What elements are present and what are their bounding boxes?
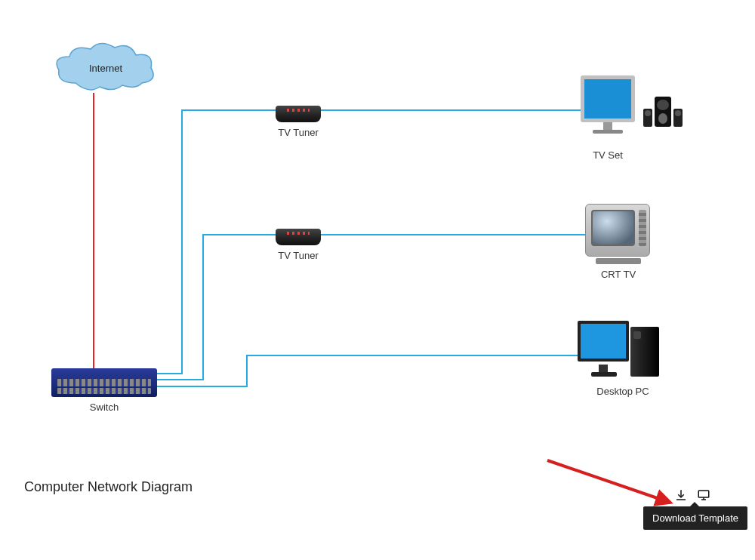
tvset-label: TV Set bbox=[574, 149, 642, 161]
connection-segment bbox=[321, 109, 593, 111]
connection-segment bbox=[157, 386, 248, 387]
connection-internet-switch bbox=[93, 93, 94, 368]
connection-segment bbox=[321, 234, 600, 235]
tooltip-text: Download Template bbox=[652, 512, 738, 524]
diagram-container: Internet Switch TV Tuner TV Tuner bbox=[0, 0, 755, 560]
monitor-icon bbox=[697, 488, 710, 502]
flat-tv-icon bbox=[574, 75, 642, 137]
preview-button[interactable] bbox=[696, 488, 711, 503]
tv-tuner-icon bbox=[276, 98, 321, 122]
desktop-pc-icon bbox=[578, 321, 668, 381]
connection-segment bbox=[157, 373, 183, 374]
speakers-icon bbox=[643, 97, 683, 127]
svg-rect-1 bbox=[698, 491, 709, 497]
switch-node: Switch bbox=[51, 368, 157, 413]
connection-segment bbox=[202, 234, 278, 235]
connection-segment bbox=[246, 355, 586, 356]
tv-set-node: TV Set bbox=[574, 75, 642, 161]
diagram-canvas: Internet Switch TV Tuner TV Tuner bbox=[15, 15, 740, 498]
crt-tv-icon bbox=[585, 204, 652, 264]
connection-segment bbox=[202, 234, 204, 379]
connection-segment bbox=[181, 109, 183, 374]
download-button[interactable] bbox=[673, 488, 689, 503]
tuner2-label: TV Tuner bbox=[276, 250, 321, 261]
connection-segment bbox=[181, 109, 279, 111]
desktop-pc-node: Desktop PC bbox=[578, 321, 668, 397]
crt-label: CRT TV bbox=[585, 269, 652, 280]
internet-cloud-node: Internet bbox=[53, 42, 159, 94]
tuner1-label: TV Tuner bbox=[276, 127, 321, 138]
internet-label: Internet bbox=[89, 63, 122, 74]
svg-line-0 bbox=[547, 460, 670, 503]
action-bar bbox=[673, 488, 711, 503]
download-tooltip: Download Template bbox=[643, 506, 747, 530]
connection-segment bbox=[157, 379, 204, 380]
download-icon bbox=[674, 488, 688, 502]
tv-tuner-icon bbox=[276, 221, 321, 245]
tv-tuner-node-1: TV Tuner bbox=[276, 98, 321, 138]
desktop-label: Desktop PC bbox=[578, 386, 668, 397]
connection-segment bbox=[246, 355, 248, 387]
diagram-title: Computer Network Diagram bbox=[24, 479, 193, 495]
switch-icon bbox=[51, 368, 157, 397]
crt-tv-node: CRT TV bbox=[585, 204, 652, 280]
switch-label: Switch bbox=[51, 402, 157, 413]
tv-tuner-node-2: TV Tuner bbox=[276, 221, 321, 261]
